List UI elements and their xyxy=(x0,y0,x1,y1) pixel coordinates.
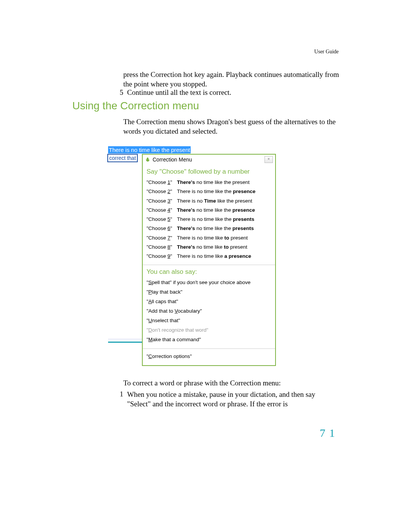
choice-item[interactable]: "Choose 2"There is no time like the pres… xyxy=(147,187,271,196)
header-label: User Guide xyxy=(314,49,339,55)
choice-item[interactable]: "Choose 5"There is no time like the pres… xyxy=(147,215,271,224)
choice-item[interactable]: "Choose 8"There's no time like to presen… xyxy=(147,243,271,252)
also-say-item[interactable]: "All caps that" xyxy=(147,297,271,307)
step-5: 5Continue until all the text is correct. xyxy=(114,88,342,97)
also-heading: You can also say: xyxy=(147,268,271,276)
step-number: 1 xyxy=(114,390,123,398)
choice-item[interactable]: "Choose 4"There's no time like the prese… xyxy=(147,206,271,215)
paragraph-continuation: press the Correction hot key again. Play… xyxy=(123,70,342,89)
dragon-flame-icon xyxy=(145,157,150,162)
callout-label: correct that xyxy=(107,154,138,162)
choose-section: Say "Choose" followed by a number "Choos… xyxy=(143,165,275,265)
page-number: 71 xyxy=(320,427,339,439)
paragraph-intro: The Correction menu shows Dragon's best … xyxy=(123,117,342,136)
correction-menu: Correction Menu × Say "Choose" followed … xyxy=(142,154,276,366)
menu-title: Correction Menu xyxy=(153,157,264,163)
step-1: 1When you notice a mistake, pause in you… xyxy=(114,390,342,409)
choice-item[interactable]: "Choose 9"There is no time like a presen… xyxy=(147,252,271,261)
also-say-item[interactable]: "Add that to Vocabulary" xyxy=(147,307,271,316)
choose-heading: Say "Choose" followed by a number xyxy=(147,168,271,176)
paragraph-instruction: To correct a word or phrase with the Cor… xyxy=(123,379,342,388)
choice-item[interactable]: "Choose 6"There's no time like the prese… xyxy=(147,224,271,233)
also-say-section: You can also say: "Spell that" if you do… xyxy=(143,265,275,348)
menu-titlebar: Correction Menu × xyxy=(143,155,275,165)
choice-item[interactable]: "Choose 1"There's no time like the prese… xyxy=(147,178,271,187)
choice-item[interactable]: "Choose 3"There is no Time like the pres… xyxy=(147,197,271,206)
close-button[interactable]: × xyxy=(264,156,273,163)
selected-text-highlight: There is no time like the present xyxy=(108,146,191,153)
also-say-item[interactable]: "Unselect that" xyxy=(147,316,271,326)
correction-options-item[interactable]: "Correction options" xyxy=(147,352,271,361)
section-heading: Using the Correction menu xyxy=(72,100,199,112)
also-say-item: "Don't recognize that word" xyxy=(147,326,271,335)
also-say-item[interactable]: "Make that a command" xyxy=(147,335,271,345)
also-say-item[interactable]: "Play that back" xyxy=(147,288,271,297)
also-say-item[interactable]: "Spell that" if you don't see your choic… xyxy=(147,278,271,288)
step-text: When you notice a mistake, pause in your… xyxy=(127,390,340,409)
step-number: 5 xyxy=(114,88,123,97)
options-section: "Correction options" xyxy=(143,348,275,365)
choice-item[interactable]: "Choose 7"There is no time like to prese… xyxy=(147,233,271,243)
step-text: Continue until all the text is correct. xyxy=(127,88,231,96)
